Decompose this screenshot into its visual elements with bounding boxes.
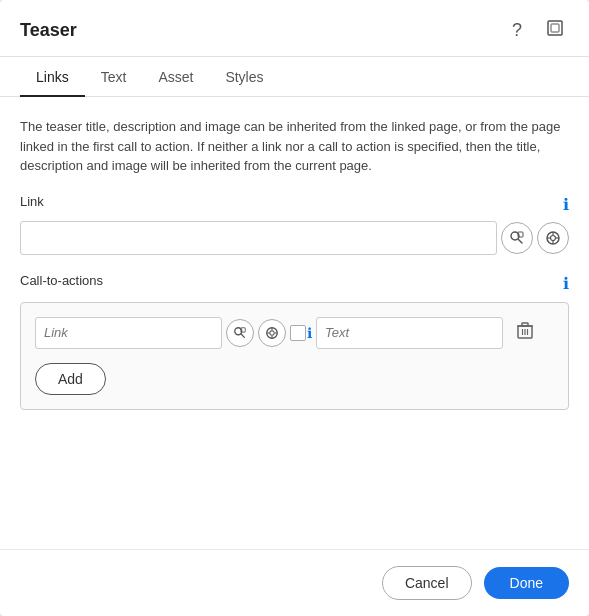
cta-link-input[interactable] — [35, 317, 222, 349]
help-icon: ? — [512, 20, 522, 41]
link-section: Link ℹ — [20, 194, 569, 255]
dialog-header: Teaser ? — [0, 0, 589, 57]
link-input[interactable] — [20, 221, 497, 255]
expand-icon — [546, 19, 564, 42]
cta-pin-button[interactable] — [258, 319, 286, 347]
svg-point-15 — [270, 330, 274, 334]
cta-search-copy-icon — [233, 326, 247, 340]
dialog-footer: Cancel Done — [0, 549, 589, 616]
tab-links[interactable]: Links — [20, 57, 85, 97]
cancel-button[interactable]: Cancel — [382, 566, 472, 600]
tabs-bar: Links Text Asset Styles — [0, 57, 589, 97]
cta-row: ℹ — [35, 317, 554, 349]
link-info-icon[interactable]: ℹ — [563, 195, 569, 214]
svg-rect-22 — [522, 323, 528, 326]
svg-rect-0 — [548, 21, 562, 35]
cta-row-info-icon[interactable]: ℹ — [307, 325, 312, 341]
link-label-row: Link ℹ — [20, 194, 569, 215]
cta-section: Call-to-actions ℹ — [20, 273, 569, 410]
trash-icon — [517, 322, 533, 340]
cta-label: Call-to-actions — [20, 273, 103, 288]
help-button[interactable]: ? — [503, 16, 531, 44]
link-field-row — [20, 221, 569, 255]
link-search-button[interactable] — [501, 222, 533, 254]
dialog-body: The teaser title, description and image … — [0, 97, 589, 549]
dialog-title: Teaser — [20, 20, 77, 41]
done-button[interactable]: Done — [484, 567, 569, 599]
tab-styles[interactable]: Styles — [209, 57, 279, 97]
cta-label-row: Call-to-actions ℹ — [20, 273, 569, 294]
svg-line-3 — [519, 239, 523, 243]
cta-info-icon[interactable]: ℹ — [563, 274, 569, 293]
svg-point-6 — [551, 235, 556, 240]
cta-delete-button[interactable] — [513, 318, 537, 348]
tab-asset[interactable]: Asset — [142, 57, 209, 97]
cta-box: ℹ Add — [20, 302, 569, 410]
link-label: Link — [20, 194, 44, 209]
checkbox-info-group: ℹ — [290, 325, 312, 341]
tab-text[interactable]: Text — [85, 57, 143, 97]
cta-pin-icon — [265, 326, 279, 340]
svg-rect-1 — [551, 24, 559, 32]
expand-button[interactable] — [541, 16, 569, 44]
pin-icon — [545, 230, 561, 246]
teaser-dialog: Teaser ? Links Text Asset Styles The tea… — [0, 0, 589, 616]
cta-checkbox[interactable] — [290, 325, 306, 341]
cta-search-button[interactable] — [226, 319, 254, 347]
add-button[interactable]: Add — [35, 363, 106, 395]
cta-text-input[interactable] — [316, 317, 503, 349]
svg-line-12 — [241, 334, 244, 337]
header-icons: ? — [503, 16, 569, 44]
description-text: The teaser title, description and image … — [20, 117, 569, 176]
link-pin-button[interactable] — [537, 222, 569, 254]
search-copy-icon — [509, 230, 525, 246]
